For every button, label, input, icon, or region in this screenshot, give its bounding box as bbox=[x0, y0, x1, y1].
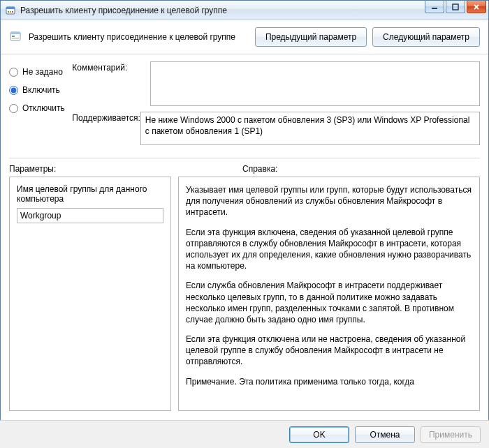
state-radio-group: Не задано Включить Отключить bbox=[9, 61, 72, 151]
help-paragraph: Указывает имя целевой группы или групп, … bbox=[186, 184, 475, 218]
minimize-button[interactable] bbox=[425, 1, 444, 13]
maximize-button[interactable] bbox=[446, 1, 465, 13]
svg-rect-9 bbox=[12, 36, 15, 37]
window-title: Разрешить клиенту присоединение к целево… bbox=[20, 6, 227, 15]
header-title: Разрешить клиенту присоединение к целево… bbox=[29, 32, 235, 42]
apply-button: Применить bbox=[421, 426, 481, 443]
header: Разрешить клиенту присоединение к целево… bbox=[1, 20, 488, 54]
help-section-label: Справка: bbox=[242, 164, 480, 174]
svg-rect-5 bbox=[432, 8, 437, 9]
policy-icon bbox=[9, 30, 23, 44]
comment-label: Комментарий: bbox=[72, 61, 150, 106]
dialog-button-bar: OK Отмена Применить bbox=[0, 420, 489, 448]
radio-disabled-label: Отключить bbox=[22, 103, 65, 113]
help-paragraph: Если служба обновления Майкрософт в интр… bbox=[186, 280, 475, 325]
target-group-label: Имя целевой группы для данного компьютер… bbox=[17, 184, 163, 204]
comment-field[interactable] bbox=[150, 61, 480, 106]
svg-point-4 bbox=[12, 10, 13, 12]
options-section-label: Параметры: bbox=[9, 164, 242, 174]
svg-point-2 bbox=[8, 10, 9, 12]
radio-enabled-input[interactable] bbox=[9, 86, 18, 95]
titlebar: Разрешить клиенту присоединение к целево… bbox=[1, 1, 488, 20]
help-paragraph: Если эта функция отключена или не настро… bbox=[186, 334, 475, 368]
section-labels: Параметры: Справка: bbox=[1, 158, 488, 177]
help-paragraph: Примечание. Эта политика применима тольк… bbox=[186, 376, 475, 387]
radio-not-configured-label: Не задано bbox=[22, 67, 63, 77]
supported-on-value: Не ниже Windows 2000 с пакетом обновлени… bbox=[145, 115, 470, 136]
options-panel: Имя целевой группы для данного компьютер… bbox=[9, 177, 171, 411]
radio-disabled-input[interactable] bbox=[9, 104, 18, 113]
radio-disabled[interactable]: Отключить bbox=[9, 99, 72, 117]
svg-rect-8 bbox=[10, 32, 20, 34]
ok-button[interactable]: OK bbox=[289, 426, 349, 443]
app-icon bbox=[5, 5, 16, 16]
svg-rect-10 bbox=[12, 38, 19, 39]
supported-on-label: Поддерживается: bbox=[72, 112, 140, 145]
help-paragraph: Если эта функция включена, сведения об у… bbox=[186, 227, 475, 272]
svg-rect-6 bbox=[453, 4, 458, 10]
close-button[interactable] bbox=[467, 1, 486, 13]
svg-point-3 bbox=[10, 10, 11, 12]
radio-enabled-label: Включить bbox=[22, 85, 60, 95]
radio-not-configured-input[interactable] bbox=[9, 68, 18, 77]
supported-on-text: Не ниже Windows 2000 с пакетом обновлени… bbox=[140, 112, 480, 145]
previous-setting-button[interactable]: Предыдущий параметр bbox=[255, 27, 367, 47]
svg-rect-1 bbox=[6, 7, 15, 9]
radio-not-configured[interactable]: Не задано bbox=[9, 63, 72, 81]
window-controls bbox=[425, 1, 486, 13]
target-group-input[interactable] bbox=[17, 208, 163, 223]
lower-panels: Имя целевой группы для данного компьютер… bbox=[1, 177, 488, 411]
radio-enabled[interactable]: Включить bbox=[9, 81, 72, 99]
next-setting-button[interactable]: Следующий параметр bbox=[372, 27, 480, 47]
policy-state-area: Не задано Включить Отключить Комментарий… bbox=[1, 54, 488, 154]
cancel-button[interactable]: Отмена bbox=[355, 426, 415, 443]
help-panel[interactable]: Указывает имя целевой группы или групп, … bbox=[178, 177, 480, 411]
